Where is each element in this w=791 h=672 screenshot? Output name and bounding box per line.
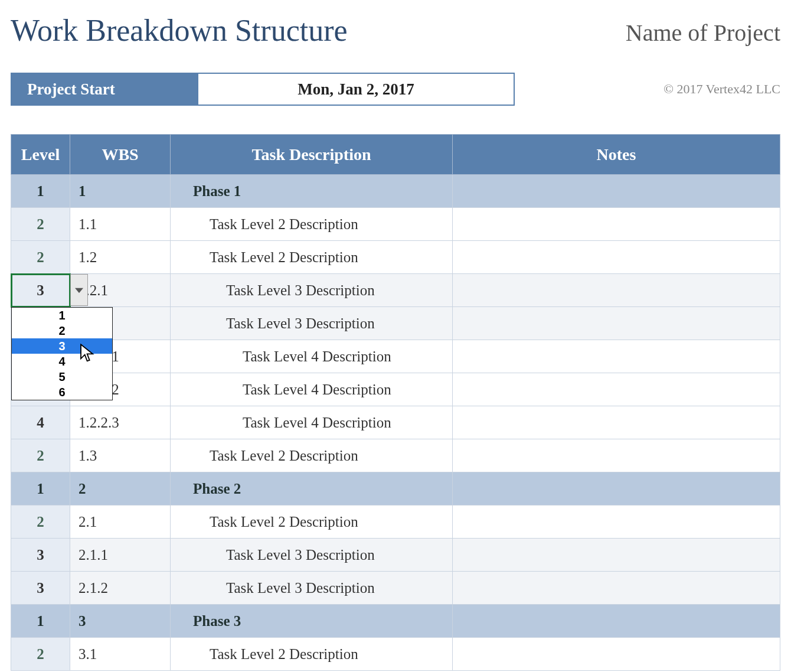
- level-cell[interactable]: 3123456: [11, 274, 70, 307]
- notes-cell[interactable]: [453, 439, 780, 472]
- copyright-text: © 2017 Vertex42 LLC: [663, 81, 780, 97]
- dropdown-option[interactable]: 5: [12, 369, 112, 384]
- task-description-cell[interactable]: Phase 2: [171, 472, 453, 505]
- project-name-label: Name of Project: [626, 19, 780, 47]
- table-row: 21.1Task Level 2 Description: [11, 208, 780, 241]
- dropdown-option[interactable]: 3: [12, 338, 112, 354]
- wbs-cell[interactable]: 1: [70, 175, 171, 208]
- task-description-cell[interactable]: Task Level 2 Description: [171, 638, 453, 671]
- notes-cell[interactable]: [453, 274, 780, 307]
- wbs-cell[interactable]: 2.1.2: [70, 572, 171, 605]
- level-cell[interactable]: 4: [11, 406, 70, 439]
- task-description-cell[interactable]: Phase 1: [171, 175, 453, 208]
- notes-cell[interactable]: [453, 605, 780, 638]
- wbs-cell[interactable]: 3.1: [70, 638, 171, 671]
- task-description-cell[interactable]: Task Level 3 Description: [171, 572, 453, 605]
- project-start-date[interactable]: Mon, Jan 2, 2017: [197, 73, 515, 106]
- notes-cell[interactable]: [453, 406, 780, 439]
- notes-cell[interactable]: [453, 241, 780, 274]
- task-description-cell[interactable]: Task Level 4 Description: [171, 406, 453, 439]
- task-description-cell[interactable]: Task Level 4 Description: [171, 340, 453, 373]
- notes-cell[interactable]: [453, 307, 780, 340]
- task-description-cell[interactable]: Task Level 3 Description: [171, 274, 453, 307]
- wbs-cell[interactable]: 2: [70, 472, 171, 505]
- notes-cell[interactable]: [453, 572, 780, 605]
- column-header-level[interactable]: Level: [11, 135, 70, 175]
- wbs-cell[interactable]: 1.2.2.3: [70, 406, 171, 439]
- column-header-wbs[interactable]: WBS: [70, 135, 171, 175]
- dropdown-list: 123456: [11, 307, 113, 400]
- wbs-cell[interactable]: 1.1: [70, 208, 171, 241]
- task-description-cell[interactable]: Task Level 3 Description: [171, 307, 453, 340]
- task-description-cell[interactable]: Task Level 4 Description: [171, 373, 453, 406]
- dropdown-option[interactable]: 2: [12, 323, 112, 338]
- table-row: 12Phase 2: [11, 472, 780, 505]
- level-cell[interactable]: 1: [11, 472, 70, 505]
- table-row: 32.1.2Task Level 3 Description: [11, 572, 780, 605]
- notes-cell[interactable]: [453, 175, 780, 208]
- level-cell[interactable]: 2: [11, 439, 70, 472]
- table-row: 21.3Task Level 2 Description: [11, 439, 780, 472]
- table-row: 41.2.2.1Task Level 4 Description: [11, 340, 780, 373]
- table-row: 31234561.2.1Task Level 3 Description: [11, 274, 780, 307]
- level-cell[interactable]: 2: [11, 208, 70, 241]
- level-cell[interactable]: 2: [11, 505, 70, 539]
- dropdown-option[interactable]: 6: [12, 384, 112, 400]
- project-start-label: Project Start: [11, 73, 197, 106]
- table-row: 11Phase 1: [11, 175, 780, 208]
- level-cell[interactable]: 1: [11, 175, 70, 208]
- level-cell[interactable]: 2: [11, 241, 70, 274]
- table-row: 41.2.2.2Task Level 4 Description: [11, 373, 780, 406]
- notes-cell[interactable]: [453, 638, 780, 671]
- wbs-cell[interactable]: 2.1.1: [70, 539, 171, 572]
- wbs-cell[interactable]: 2.1: [70, 505, 171, 539]
- dropdown-option[interactable]: 4: [12, 354, 112, 369]
- notes-cell[interactable]: [453, 539, 780, 572]
- notes-cell[interactable]: [453, 373, 780, 406]
- task-description-cell[interactable]: Task Level 3 Description: [171, 539, 453, 572]
- wbs-cell[interactable]: 1.2: [70, 241, 171, 274]
- dropdown-option[interactable]: 1: [12, 308, 112, 323]
- table-row: 41.2.2.3Task Level 4 Description: [11, 406, 780, 439]
- task-description-cell[interactable]: Phase 3: [171, 605, 453, 638]
- table-row: 13Phase 3: [11, 605, 780, 638]
- table-row: 21.2Task Level 2 Description: [11, 241, 780, 274]
- level-cell[interactable]: 3: [11, 539, 70, 572]
- notes-cell[interactable]: [453, 340, 780, 373]
- notes-cell[interactable]: [453, 472, 780, 505]
- page-title: Work Breakdown Structure: [11, 13, 348, 48]
- wbs-cell[interactable]: 3: [70, 605, 171, 638]
- chevron-down-icon: [75, 282, 83, 298]
- table-row: 22.1Task Level 2 Description: [11, 505, 780, 539]
- wbs-cell[interactable]: 1.3: [70, 439, 171, 472]
- level-cell[interactable]: 1: [11, 605, 70, 638]
- notes-cell[interactable]: [453, 208, 780, 241]
- column-header-notes[interactable]: Notes: [453, 135, 780, 175]
- level-cell[interactable]: 2: [11, 638, 70, 671]
- task-description-cell[interactable]: Task Level 2 Description: [171, 505, 453, 539]
- task-description-cell[interactable]: Task Level 2 Description: [171, 241, 453, 274]
- table-row: 23.1Task Level 2 Description: [11, 638, 780, 671]
- notes-cell[interactable]: [453, 505, 780, 539]
- table-row: 32.1.1Task Level 3 Description: [11, 539, 780, 572]
- column-header-task-description[interactable]: Task Description: [171, 135, 453, 175]
- task-description-cell[interactable]: Task Level 2 Description: [171, 439, 453, 472]
- task-description-cell[interactable]: Task Level 2 Description: [171, 208, 453, 241]
- wbs-table: Level WBS Task Description Notes 11Phase…: [11, 134, 780, 671]
- dropdown-button[interactable]: [70, 274, 88, 306]
- table-row: 31.2.2Task Level 3 Description: [11, 307, 780, 340]
- level-cell[interactable]: 3: [11, 572, 70, 605]
